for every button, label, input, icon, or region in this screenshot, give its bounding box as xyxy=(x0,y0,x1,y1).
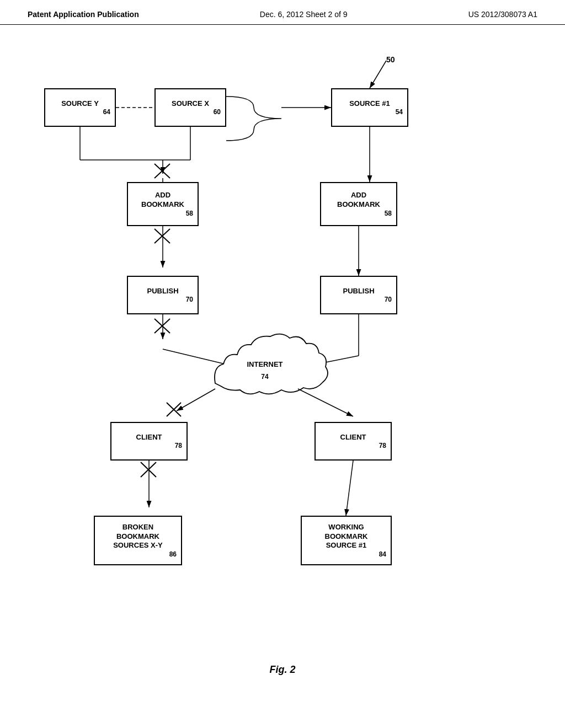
svg-line-15 xyxy=(303,356,359,367)
client-left-label: CLIENT xyxy=(136,433,162,442)
svg-line-21 xyxy=(298,389,353,416)
add-bookmark-right-number: 58 xyxy=(385,210,392,217)
source-1-number: 54 xyxy=(396,108,403,116)
svg-line-29 xyxy=(154,319,170,333)
broken-bookmark-number: 86 xyxy=(169,550,177,558)
svg-line-32 xyxy=(141,462,156,477)
source-1-label: SOURCE #1 xyxy=(349,99,390,109)
add-bookmark-left-label: ADDBOOKMARK xyxy=(141,191,184,210)
broken-bookmark-label: BROKENBOOKMARKSOURCES X-Y xyxy=(113,523,163,551)
svg-line-23 xyxy=(346,461,353,516)
figure-caption-text: Fig. 2 xyxy=(269,664,295,675)
svg-line-24 xyxy=(154,164,170,178)
svg-line-20 xyxy=(177,389,215,411)
add-bookmark-right-box: ADDBOOKMARK 58 xyxy=(320,182,397,226)
add-bookmark-left-box: ADDBOOKMARK 58 xyxy=(127,182,199,226)
svg-line-33 xyxy=(141,462,156,477)
svg-line-27 xyxy=(154,229,170,243)
working-bookmark-label: WORKINGBOOKMARKSOURCE #1 xyxy=(325,523,368,551)
source-x-label: SOURCE X xyxy=(172,99,209,109)
source-x-box: SOURCE X 60 xyxy=(154,88,226,127)
source-1-box: SOURCE #1 54 xyxy=(331,88,408,127)
client-right-number: 78 xyxy=(379,442,386,449)
page-header: Patent Application Publication Dec. 6, 2… xyxy=(0,0,565,25)
client-right-label: CLIENT xyxy=(340,433,366,442)
header-center: Dec. 6, 2012 Sheet 2 of 9 xyxy=(260,10,348,19)
client-right-box: CLIENT 78 xyxy=(315,422,392,461)
figure-caption: Fig. 2 xyxy=(0,664,565,676)
svg-line-26 xyxy=(154,229,170,243)
client-left-box: CLIENT 78 xyxy=(110,422,188,461)
header-left: Patent Application Publication xyxy=(28,10,139,19)
source-x-number: 60 xyxy=(214,108,221,116)
publish-right-box: PUBLISH 70 xyxy=(320,276,397,314)
source-y-box: SOURCE Y 64 xyxy=(44,88,116,127)
publish-left-box: PUBLISH 70 xyxy=(127,276,199,314)
diagram-number-label: 50 xyxy=(386,55,395,64)
svg-line-25 xyxy=(154,164,170,178)
svg-line-16 xyxy=(163,349,232,366)
broken-bookmark-box: BROKENBOOKMARKSOURCES X-Y 86 xyxy=(94,516,182,565)
publish-left-label: PUBLISH xyxy=(147,287,178,296)
client-left-number: 78 xyxy=(175,442,182,449)
publish-right-number: 70 xyxy=(385,296,392,303)
svg-text:74: 74 xyxy=(261,373,269,381)
diagram: 50 SOURCE Y 64 SOURCE X 60 SOURCE #1 54 … xyxy=(0,25,565,687)
svg-line-2 xyxy=(370,61,386,88)
svg-line-30 xyxy=(167,403,181,416)
svg-line-31 xyxy=(167,403,181,416)
add-bookmark-right-label: ADDBOOKMARK xyxy=(337,191,380,210)
header-right: US 2012/308073 A1 xyxy=(468,10,537,19)
working-bookmark-box: WORKINGBOOKMARKSOURCE #1 84 xyxy=(301,516,392,565)
source-y-number: 64 xyxy=(103,108,110,116)
svg-line-28 xyxy=(154,319,170,333)
svg-point-17 xyxy=(210,342,320,403)
publish-right-label: PUBLISH xyxy=(343,287,374,296)
working-bookmark-number: 84 xyxy=(379,550,386,558)
add-bookmark-left-number: 58 xyxy=(186,210,193,217)
page: Patent Application Publication Dec. 6, 2… xyxy=(0,0,565,728)
source-y-label: SOURCE Y xyxy=(61,99,99,109)
svg-text:INTERNET: INTERNET xyxy=(247,360,283,368)
publish-left-number: 70 xyxy=(186,296,193,303)
